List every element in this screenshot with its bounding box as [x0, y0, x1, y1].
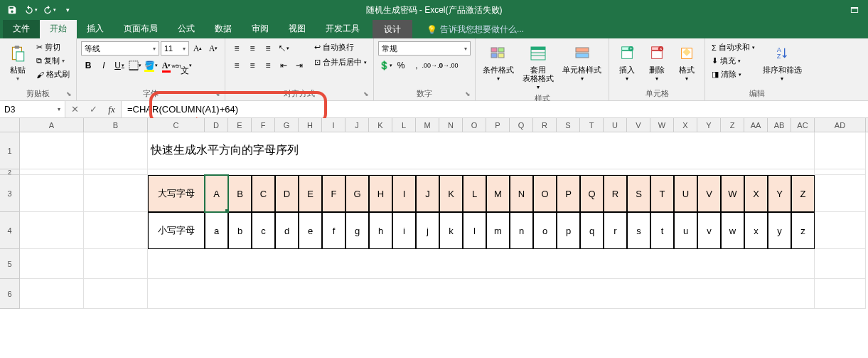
row-header[interactable]: 1 [0, 132, 20, 169]
cell[interactable] [815, 132, 866, 169]
cell[interactable]: d [275, 212, 299, 249]
delete-cells-button[interactable]: × 删除▾ [643, 41, 670, 83]
col-header[interactable]: D [205, 118, 228, 132]
cell[interactable]: R [604, 175, 627, 212]
cell[interactable]: c [252, 212, 275, 249]
qat-customize[interactable]: ▾ [60, 3, 75, 17]
tell-me-search[interactable]: 💡 告诉我您想要做什么... [421, 21, 530, 38]
cell[interactable]: s [627, 212, 650, 249]
insert-cells-button[interactable]: + 插入▾ [614, 41, 641, 83]
align-bottom-button[interactable]: ≡ [261, 41, 275, 56]
border-button[interactable]: ▾ [128, 58, 142, 73]
bold-button[interactable]: B [81, 58, 95, 73]
col-header[interactable]: AD [815, 118, 866, 132]
worksheet-grid[interactable]: A B C D E F G H I J K L M N O P Q R S T … [0, 118, 868, 309]
col-header[interactable]: S [557, 118, 580, 132]
tab-data[interactable]: 数据 [205, 19, 242, 38]
cell[interactable]: o [533, 212, 557, 249]
cell[interactable]: H [369, 175, 392, 212]
col-header[interactable]: Q [510, 118, 533, 132]
cell[interactable] [148, 169, 815, 175]
tab-home[interactable]: 开始 [40, 19, 77, 38]
cell[interactable]: 小写字母 [148, 212, 205, 249]
row-header[interactable]: 5 [0, 249, 20, 279]
tab-formulas[interactable]: 公式 [168, 19, 205, 38]
decrease-decimal-button[interactable]: .0→.00 [441, 58, 455, 73]
percent-button[interactable]: % [394, 58, 408, 73]
tab-page-layout[interactable]: 页面布局 [114, 19, 168, 38]
col-header[interactable]: U [604, 118, 627, 132]
cell[interactable] [84, 249, 148, 279]
cell[interactable]: C [252, 175, 275, 212]
cell[interactable]: G [345, 175, 369, 212]
cell[interactable] [84, 169, 148, 175]
fx-button[interactable]: fx [102, 104, 121, 115]
cell[interactable]: Z [791, 175, 815, 212]
cell[interactable] [815, 169, 866, 175]
cell[interactable]: X [744, 175, 768, 212]
cell[interactable]: I [392, 175, 416, 212]
cell[interactable]: 大写字母 [148, 175, 205, 212]
col-header[interactable]: E [228, 118, 252, 132]
copy-button[interactable]: ⧉复制▾ [34, 55, 72, 67]
redo-button[interactable]: ▾ [41, 3, 57, 17]
col-header[interactable]: H [299, 118, 322, 132]
conditional-format-button[interactable]: 条件格式▾ [480, 41, 517, 83]
cell[interactable]: K [439, 175, 463, 212]
align-center-button[interactable]: ≡ [245, 58, 259, 73]
sort-filter-button[interactable]: AZ 排序和筛选▾ [760, 41, 805, 83]
col-header[interactable]: I [322, 118, 345, 132]
cell[interactable]: O [533, 175, 557, 212]
paste-button[interactable]: 粘贴 ▾ [4, 41, 31, 83]
number-format-combo[interactable]: 常规▾ [378, 41, 471, 56]
cell[interactable] [84, 212, 148, 249]
cell[interactable]: a [205, 212, 228, 249]
cell[interactable] [148, 279, 815, 309]
cell[interactable]: D [275, 175, 299, 212]
cell[interactable]: y [768, 212, 791, 249]
row-header[interactable]: 3 [0, 175, 20, 212]
fill-color-button[interactable]: 🪣▾ [144, 58, 158, 73]
cell[interactable] [84, 279, 148, 309]
orientation-button[interactable]: ⭦▾ [277, 41, 291, 56]
cell[interactable]: E [299, 175, 322, 212]
select-all-corner[interactable] [0, 118, 20, 132]
row-header[interactable]: 6 [0, 279, 20, 309]
align-top-button[interactable]: ≡ [230, 41, 244, 56]
col-header[interactable]: G [275, 118, 299, 132]
phonetic-button[interactable]: wén文▾ [175, 58, 189, 73]
clear-button[interactable]: ◨清除▾ [709, 68, 757, 80]
merge-center-button[interactable]: ⊡合并后居中▾ [312, 56, 369, 68]
cell[interactable] [815, 175, 866, 212]
cell[interactable] [84, 132, 148, 169]
cell[interactable]: V [697, 175, 721, 212]
cell[interactable]: n [510, 212, 533, 249]
cell[interactable]: p [557, 212, 580, 249]
tab-file[interactable]: 文件 [3, 19, 40, 38]
cell[interactable] [20, 212, 84, 249]
increase-indent-button[interactable]: ⇥ [292, 58, 306, 73]
cell[interactable]: N [510, 175, 533, 212]
cell[interactable] [815, 279, 866, 309]
cancel-formula-button[interactable]: ✕ [65, 104, 84, 115]
cell[interactable]: B [228, 175, 252, 212]
tab-review[interactable]: 审阅 [242, 19, 279, 38]
format-cells-button[interactable]: 格式▾ [673, 41, 700, 83]
col-header[interactable]: C [148, 118, 205, 132]
row-header[interactable]: 4 [0, 212, 20, 249]
cell[interactable] [815, 212, 866, 249]
number-launcher[interactable]: ⬊ [465, 90, 471, 98]
name-box[interactable]: D3▾ [0, 101, 65, 117]
cell[interactable]: f [322, 212, 345, 249]
cell[interactable]: t [650, 212, 674, 249]
align-middle-button[interactable]: ≡ [245, 41, 259, 56]
fill-button[interactable]: ⬇填充▾ [709, 55, 757, 67]
cell[interactable]: i [392, 212, 416, 249]
enter-formula-button[interactable]: ✓ [84, 104, 102, 115]
clipboard-launcher[interactable]: ⬊ [66, 90, 72, 98]
italic-button[interactable]: I [97, 58, 111, 73]
cell[interactable]: l [463, 212, 486, 249]
cell[interactable]: e [299, 212, 322, 249]
autosum-button[interactable]: Σ自动求和▾ [709, 41, 757, 53]
cell[interactable]: w [721, 212, 744, 249]
